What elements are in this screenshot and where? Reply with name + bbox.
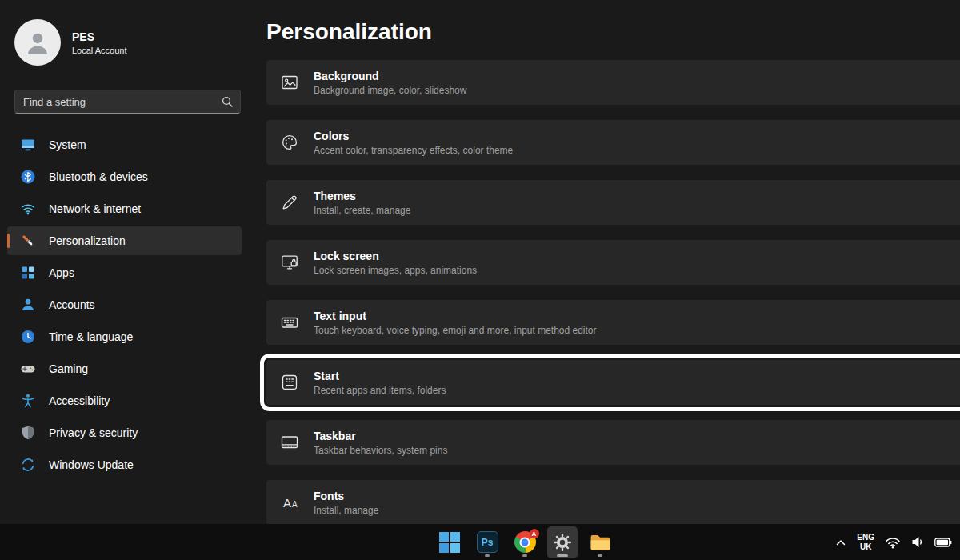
row-title: Lock screen [314,250,477,262]
account-button[interactable]: PES Local Account [14,19,127,66]
row-subtitle: Install, manage [314,505,378,516]
chrome-badge: A [530,529,539,538]
settings-window: PES Local Account System Bluetooth & dev… [0,0,960,560]
settings-row-lock-screen[interactable]: Lock screen Lock screen images, apps, an… [266,240,960,285]
start-icon [280,373,299,392]
sidebar-item-label: System [49,138,86,151]
row-subtitle: Lock screen images, apps, animations [314,265,477,276]
brush-icon [20,233,36,249]
search-box [14,90,241,114]
sidebar-item-label: Accessibility [49,394,110,407]
tray-volume-icon[interactable] [911,536,924,548]
row-title: Background [314,70,466,82]
settings-row-text-input[interactable]: Text input Touch keyboard, voice typing,… [266,300,960,345]
lock-screen-icon [280,253,299,272]
apps-icon [20,265,36,281]
sidebar-item-windows-update[interactable]: Windows Update [7,450,242,479]
sidebar-item-label: Apps [49,266,74,279]
sidebar-item-label: Bluetooth & devices [49,170,148,183]
photoshop-icon: Ps [477,531,498,553]
sidebar-item-label: Gaming [49,362,88,375]
row-subtitle: Recent apps and items, folders [314,385,446,396]
sidebar-item-label: Accounts [49,298,95,311]
sidebar-item-privacy[interactable]: Privacy & security [7,418,242,447]
sidebar-item-label: Windows Update [49,458,134,471]
running-indicator [598,554,602,557]
avatar [14,19,61,66]
sidebar-nav: System Bluetooth & devices Network & int… [7,130,242,482]
sidebar: PES Local Account System Bluetooth & dev… [0,0,256,524]
row-title: Themes [314,190,410,202]
sidebar-item-accounts[interactable]: Accounts [7,290,242,319]
settings-row-background[interactable]: Background Background image, color, slid… [266,60,960,105]
account-text: PES Local Account [72,30,127,55]
sidebar-item-system[interactable]: System [7,130,242,159]
row-subtitle: Background image, color, slideshow [314,85,466,96]
tray-battery-icon[interactable] [934,538,952,547]
row-subtitle: Install, create, manage [314,205,410,216]
sidebar-item-personalization[interactable]: Personalization [7,226,242,255]
settings-row-themes[interactable]: Themes Install, create, manage [266,180,960,225]
update-icon [20,457,36,473]
gamepad-icon [20,361,36,377]
sidebar-item-gaming[interactable]: Gaming [7,354,242,383]
file-explorer-button[interactable] [585,526,615,558]
row-subtitle: Accent color, transparency effects, colo… [314,145,513,156]
sidebar-item-time-language[interactable]: Time & language [7,322,242,351]
chrome-button[interactable]: A [510,526,540,558]
sidebar-item-label: Time & language [49,330,133,343]
settings-list: Background Background image, color, slid… [266,60,960,540]
shield-icon [20,425,36,441]
account-type: Local Account [72,46,127,55]
settings-row-colors[interactable]: Colors Accent color, transparency effect… [266,120,960,165]
sidebar-item-accessibility[interactable]: Accessibility [7,386,242,415]
settings-row-fonts[interactable]: AA Fonts Install, manage [266,480,960,525]
system-tray: ENG UK [835,524,952,560]
row-title: Text input [314,310,597,322]
accessibility-icon [20,393,36,409]
row-subtitle: Taskbar behaviors, system pins [314,445,447,456]
row-title: Start [314,370,446,382]
person-icon [24,29,51,56]
palette-icon [280,133,299,152]
settings-button[interactable] [547,526,578,558]
search-icon [222,96,233,107]
language-line1: ENG [857,533,874,542]
running-indicator [557,554,568,557]
fonts-icon: AA [280,493,299,512]
taskbar-icon [280,433,299,452]
svg-text:A: A [283,496,291,510]
settings-row-taskbar[interactable]: Taskbar Taskbar behaviors, system pins [266,420,960,465]
tray-chevron-up-icon[interactable] [835,538,846,546]
row-title: Colors [314,130,513,142]
start-button[interactable] [434,526,465,558]
tray-wifi-icon[interactable] [885,536,901,549]
wifi-icon [20,201,36,217]
taskbar: Ps A [0,524,960,560]
bluetooth-icon [20,169,36,185]
search-input[interactable] [15,96,222,108]
folder-icon [590,533,611,552]
background-icon [280,73,299,92]
sidebar-item-bluetooth[interactable]: Bluetooth & devices [7,162,242,191]
sidebar-item-network[interactable]: Network & internet [7,194,242,223]
sidebar-item-apps[interactable]: Apps [7,258,242,287]
windows-logo-icon [439,532,460,553]
gear-icon [552,532,573,553]
clock-icon [20,329,36,345]
accounts-icon [20,297,36,313]
account-name: PES [72,30,127,43]
running-indicator [522,554,527,557]
svg-text:A: A [292,500,298,509]
taskbar-apps: Ps A [434,524,615,560]
running-indicator [485,554,490,557]
row-title: Taskbar [314,430,447,442]
pen-icon [280,193,299,212]
system-icon [20,137,36,153]
photoshop-button[interactable]: Ps [472,526,502,558]
row-subtitle: Touch keyboard, voice typing, emoji and … [314,325,597,336]
language-indicator[interactable]: ENG UK [857,533,874,552]
sidebar-item-label: Privacy & security [49,426,138,439]
sidebar-item-label: Network & internet [49,202,141,215]
settings-row-start[interactable]: Start Recent apps and items, folders [266,360,960,405]
